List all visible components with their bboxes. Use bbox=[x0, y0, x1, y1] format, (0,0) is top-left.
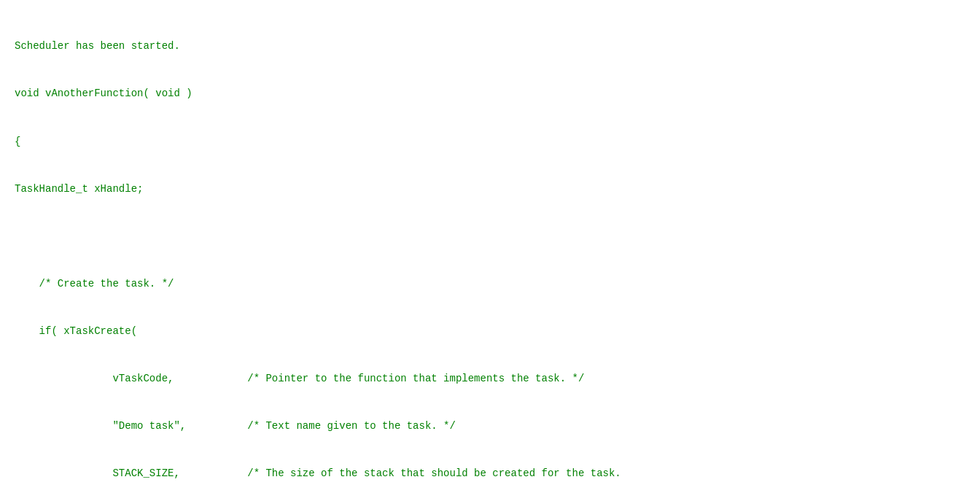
code-line-5: /* Create the task. */ bbox=[15, 276, 965, 292]
code-line-9: STACK_SIZE, /* The size of the stack tha… bbox=[15, 466, 965, 482]
code-line-0: Scheduler has been started. bbox=[15, 39, 965, 55]
code-line-1: void vAnotherFunction( void ) bbox=[15, 86, 965, 102]
code-line-3: TaskHandle_t xHandle; bbox=[15, 182, 965, 198]
code-line-7: vTaskCode, /* Pointer to the function th… bbox=[15, 371, 965, 387]
code-line-2: { bbox=[15, 134, 965, 150]
code-line-4 bbox=[15, 229, 965, 245]
code-line-6: if( xTaskCreate( bbox=[15, 324, 965, 340]
code-display: Scheduler has been started. void vAnothe… bbox=[15, 7, 965, 493]
code-line-8: "Demo task", /* Text name given to the t… bbox=[15, 419, 965, 435]
